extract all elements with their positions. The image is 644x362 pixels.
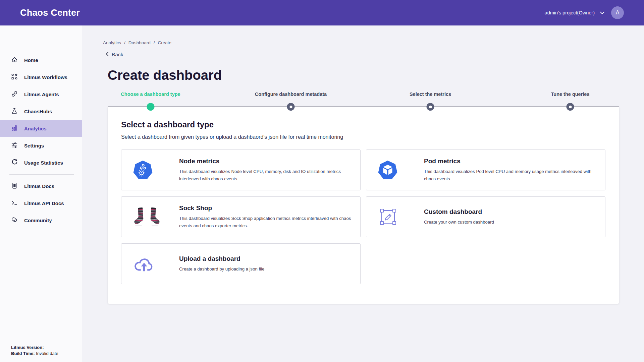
tile-description: This dashboard visualizes Pod level CPU … bbox=[424, 168, 598, 182]
tile-description: This dashboard visualizes Sock Shop appl… bbox=[179, 215, 354, 229]
tile-node-metrics[interactable]: Node metrics This dashboard visualizes N… bbox=[121, 149, 361, 190]
tile-title: Upload a dashboard bbox=[179, 255, 354, 262]
app-title: Chaos Center bbox=[20, 8, 80, 18]
document-icon bbox=[11, 182, 18, 190]
step-label-tune-queries: Tune the queries bbox=[551, 92, 590, 97]
project-selector-label: admin's project(Owner) bbox=[545, 10, 595, 15]
sidebar: Home Litmus Workflows Litmus Agents Chao… bbox=[0, 25, 82, 362]
version-info: Litmus Version: Build Time: Invalid date bbox=[11, 345, 58, 357]
tile-sock-shop[interactable]: Sock Shop This dashboard visualizes Sock… bbox=[121, 196, 361, 237]
chevron-down-icon bbox=[600, 11, 604, 14]
back-button[interactable]: Back bbox=[106, 52, 123, 58]
breadcrumb-dashboard[interactable]: Dashboard bbox=[128, 40, 151, 45]
tile-description: Create your own custom dashboard bbox=[424, 219, 598, 226]
top-bar: Chaos Center admin's project(Owner) A bbox=[0, 0, 644, 25]
sidebar-item-litmus-workflows[interactable]: Litmus Workflows bbox=[0, 69, 82, 86]
sidebar-item-litmus-agents[interactable]: Litmus Agents bbox=[0, 86, 82, 103]
refresh-icon bbox=[11, 159, 18, 167]
step-dot-2[interactable] bbox=[287, 103, 295, 111]
step-dot-4[interactable] bbox=[567, 103, 574, 111]
sidebar-item-label: Usage Statistics bbox=[24, 160, 63, 166]
sidebar-item-label: Community bbox=[24, 218, 52, 223]
bar-chart-icon bbox=[11, 125, 18, 132]
breadcrumb-analytics[interactable]: Analytics bbox=[103, 40, 121, 45]
kubernetes-node-icon bbox=[132, 160, 179, 180]
sidebar-item-label: Analytics bbox=[24, 126, 47, 131]
tile-upload-dashboard[interactable]: Upload a dashboard Create a dashboard by… bbox=[121, 243, 361, 284]
cloud-upload-icon bbox=[132, 254, 179, 274]
step-label-configure-metadata: Configure dashboard metadata bbox=[255, 92, 327, 97]
sidebar-item-label: Litmus Workflows bbox=[24, 74, 67, 80]
step-label-select-metrics: Select the metrics bbox=[410, 92, 451, 97]
step-dot-1[interactable] bbox=[147, 103, 155, 111]
avatar[interactable]: A bbox=[611, 6, 624, 19]
tile-description: Create a dashboard by uploading a json f… bbox=[179, 265, 354, 273]
litmus-version-label: Litmus Version: bbox=[11, 345, 44, 350]
tile-description: This dashboard visualizes Node level CPU… bbox=[179, 168, 354, 182]
breadcrumb-separator: / bbox=[154, 40, 155, 45]
project-selector[interactable]: admin's project(Owner) bbox=[545, 10, 604, 15]
sidebar-item-label: Home bbox=[24, 57, 38, 63]
build-time-value: Invalid date bbox=[35, 351, 58, 356]
breadcrumb-separator: / bbox=[124, 40, 125, 45]
page-title: Create dashboard bbox=[108, 68, 644, 83]
sidebar-item-label: Litmus API Docs bbox=[24, 200, 64, 206]
socks-image bbox=[132, 207, 179, 227]
kubernetes-pod-icon bbox=[377, 160, 424, 180]
tile-pod-metrics[interactable]: Pod metrics This dashboard visualizes Po… bbox=[366, 149, 605, 190]
stepper-track bbox=[108, 106, 619, 107]
tile-title: Sock Shop bbox=[179, 204, 354, 212]
step-label-choose-type: Choose a dashboard type bbox=[121, 92, 180, 97]
sidebar-item-community[interactable]: Community bbox=[0, 212, 82, 229]
sidebar-divider bbox=[9, 174, 74, 175]
back-label: Back bbox=[112, 52, 123, 58]
sidebar-item-chaoshubs[interactable]: ChaosHubs bbox=[0, 103, 82, 120]
step-dot-3[interactable] bbox=[427, 103, 434, 111]
panel-heading: Select a dashboard type bbox=[121, 120, 605, 129]
tile-title: Custom dashboard bbox=[424, 208, 598, 216]
main-content: Analytics / Dashboard / Create Back Crea… bbox=[82, 25, 644, 362]
flask-icon bbox=[11, 108, 18, 115]
stepper-labels: Choose a dashboard type Configure dashbo… bbox=[108, 92, 619, 97]
sidebar-item-label: Litmus Docs bbox=[24, 183, 54, 189]
dashboard-type-grid: Node metrics This dashboard visualizes N… bbox=[121, 149, 605, 284]
workflows-icon bbox=[11, 73, 18, 81]
tile-custom-dashboard[interactable]: Custom dashboard Create your own custom … bbox=[366, 196, 605, 237]
edit-frame-icon bbox=[377, 206, 424, 228]
sidebar-item-label: Litmus Agents bbox=[24, 92, 59, 97]
terminal-icon bbox=[11, 199, 18, 207]
sidebar-item-litmus-api-docs[interactable]: Litmus API Docs bbox=[0, 195, 82, 212]
chat-bubbles-icon bbox=[11, 217, 18, 224]
tile-title: Node metrics bbox=[179, 158, 354, 165]
chevron-left-icon bbox=[106, 52, 109, 58]
sidebar-item-label: Settings bbox=[24, 143, 44, 148]
link-icon bbox=[11, 90, 18, 98]
tile-title: Pod metrics bbox=[424, 158, 598, 165]
panel-subheading: Select a dashboard from given types or u… bbox=[121, 134, 605, 140]
top-bar-right: admin's project(Owner) A bbox=[545, 6, 624, 19]
breadcrumb: Analytics / Dashboard / Create bbox=[103, 40, 644, 45]
dashboard-type-panel: Select a dashboard type Select a dashboa… bbox=[108, 107, 619, 304]
sidebar-item-settings[interactable]: Settings bbox=[0, 137, 82, 154]
sidebar-item-home[interactable]: Home bbox=[0, 52, 82, 69]
sliders-icon bbox=[11, 142, 18, 149]
sidebar-item-label: ChaosHubs bbox=[24, 109, 52, 114]
breadcrumb-create: Create bbox=[158, 40, 172, 45]
sidebar-item-usage-statistics[interactable]: Usage Statistics bbox=[0, 154, 82, 171]
build-time-label: Build Time: bbox=[11, 351, 35, 356]
sidebar-item-litmus-docs[interactable]: Litmus Docs bbox=[0, 178, 82, 195]
stepper-card-wrap: Select a dashboard type Select a dashboa… bbox=[108, 107, 619, 304]
sidebar-item-analytics[interactable]: Analytics bbox=[0, 120, 82, 137]
home-icon bbox=[11, 56, 18, 64]
